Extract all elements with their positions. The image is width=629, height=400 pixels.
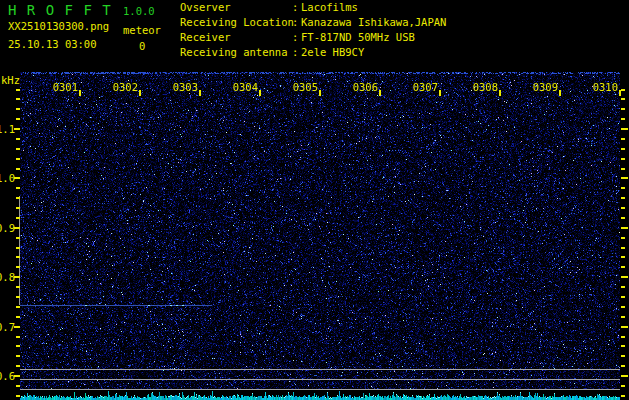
axis-tick <box>16 207 20 209</box>
axis-tick <box>14 276 20 278</box>
axis-tick <box>621 237 625 239</box>
axis-tick <box>621 187 625 189</box>
axis-tick <box>16 336 20 338</box>
y-axis-tick-label: 1.1 <box>0 123 14 135</box>
axis-tick <box>16 385 20 387</box>
axis-tick <box>16 256 20 258</box>
info-label: Receiving Location <box>180 16 294 28</box>
axis-tick <box>621 98 625 100</box>
axis-tick <box>16 197 20 199</box>
axis-tick <box>319 90 321 96</box>
output-filename: XX2510130300.png <box>8 21 109 33</box>
info-colon: : <box>292 16 298 28</box>
axis-tick <box>619 90 621 96</box>
axis-tick <box>621 256 625 258</box>
axis-tick <box>621 158 625 160</box>
meteor-count: 0 <box>139 41 145 53</box>
axis-tick <box>621 148 625 150</box>
axis-tick <box>79 90 81 96</box>
x-axis-tick-label: 0309 <box>528 81 558 93</box>
info-row: Receiving Location:Kanazawa Ishikawa,JAP… <box>180 16 480 31</box>
info-value: Kanazawa Ishikawa,JAPAN <box>301 16 446 28</box>
axis-tick <box>16 345 20 347</box>
axis-tick <box>16 306 20 308</box>
axis-tick <box>16 286 20 288</box>
app-title: H R O F F T <box>8 3 112 18</box>
axis-tick <box>499 90 501 96</box>
axis-tick <box>621 345 625 347</box>
axis-tick <box>621 197 625 199</box>
axis-tick <box>16 247 20 249</box>
info-label: Receiver <box>180 31 231 43</box>
axis-tick <box>621 217 625 219</box>
x-axis-tick-label: 0308 <box>468 81 498 93</box>
axis-tick <box>16 98 20 100</box>
x-axis-tick-label: 0307 <box>408 81 438 93</box>
axis-tick <box>621 365 625 367</box>
axis-tick <box>621 336 625 338</box>
axis-tick <box>621 326 628 328</box>
info-value: FT-817ND 50MHz USB <box>301 31 415 43</box>
axis-tick <box>621 128 628 130</box>
info-value: Lacofilms <box>301 1 358 13</box>
info-row: Ovserver:Lacofilms <box>180 1 480 16</box>
axis-tick <box>16 158 20 160</box>
axis-tick <box>16 148 20 150</box>
station-info-block: Ovserver:LacofilmsReceiving Location:Kan… <box>180 1 480 61</box>
axis-tick <box>16 118 20 120</box>
axis-tick <box>621 276 628 278</box>
axis-tick <box>621 286 625 288</box>
axis-tick <box>16 168 20 170</box>
info-row: Receiver:FT-817ND 50MHz USB <box>180 31 480 46</box>
y-axis-tick-label: 0.6 <box>0 370 14 382</box>
axis-tick <box>16 316 20 318</box>
axis-tick <box>559 90 561 96</box>
info-label: Ovserver <box>180 1 231 13</box>
axis-tick <box>16 266 20 268</box>
axis-tick <box>621 296 625 298</box>
axis-tick <box>621 247 625 249</box>
axis-tick <box>621 177 628 179</box>
axis-tick <box>16 89 20 91</box>
x-axis-tick-label: 0304 <box>228 81 258 93</box>
axis-tick <box>621 89 625 91</box>
y-axis-unit-label: kHz <box>1 75 20 87</box>
axis-tick <box>621 316 625 318</box>
axis-tick <box>621 227 628 229</box>
axis-tick <box>14 326 20 328</box>
y-axis-tick-label: 0.7 <box>0 321 14 333</box>
axis-tick <box>379 90 381 96</box>
axis-tick <box>439 90 441 96</box>
info-colon: : <box>292 46 298 58</box>
observation-datetime: 25.10.13 03:00 <box>8 39 97 51</box>
x-axis-tick-label: 0310 <box>588 81 618 93</box>
axis-tick <box>14 227 20 229</box>
y-axis-tick-label: 0.8 <box>0 271 14 283</box>
y-axis-tick-label: 0.9 <box>0 222 14 234</box>
x-axis-tick-label: 0306 <box>348 81 378 93</box>
axis-tick <box>16 296 20 298</box>
axis-tick <box>621 266 625 268</box>
info-colon: : <box>292 31 298 43</box>
x-axis-tick-label: 0302 <box>108 81 138 93</box>
axis-tick <box>621 118 625 120</box>
hrofft-window: H R O F F T 1.0.0 XX2510130300.png meteo… <box>0 0 629 400</box>
info-colon: : <box>292 1 298 13</box>
axis-tick <box>16 395 20 397</box>
axis-tick <box>621 355 625 357</box>
axis-tick <box>621 375 628 377</box>
axis-tick <box>139 90 141 96</box>
axis-tick <box>16 365 20 367</box>
axis-tick <box>16 187 20 189</box>
x-axis-tick-label: 0305 <box>288 81 318 93</box>
axis-tick <box>199 90 201 96</box>
info-label: Receiving antenna <box>180 46 287 58</box>
axis-tick <box>259 90 261 96</box>
axis-tick <box>16 237 20 239</box>
axis-tick <box>16 217 20 219</box>
x-axis-tick-label: 0303 <box>168 81 198 93</box>
axis-tick <box>16 138 20 140</box>
spectrogram-canvas <box>20 72 620 400</box>
axis-tick <box>14 375 20 377</box>
axis-tick <box>14 128 20 130</box>
